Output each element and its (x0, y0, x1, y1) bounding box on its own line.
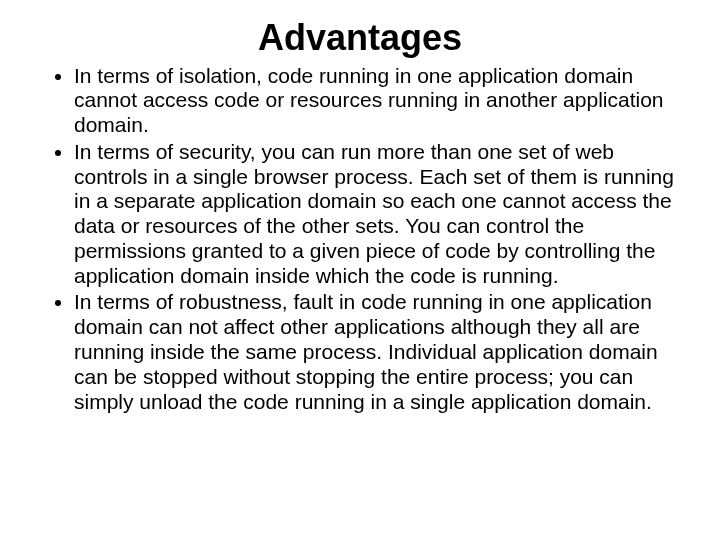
list-item: In terms of robustness, fault in code ru… (74, 290, 680, 414)
list-item: In terms of isolation, code running in o… (74, 64, 680, 138)
slide: Advantages In terms of isolation, code r… (0, 0, 720, 540)
bullet-list: In terms of isolation, code running in o… (40, 64, 680, 415)
slide-title: Advantages (40, 18, 680, 58)
list-item: In terms of security, you can run more t… (74, 140, 680, 289)
